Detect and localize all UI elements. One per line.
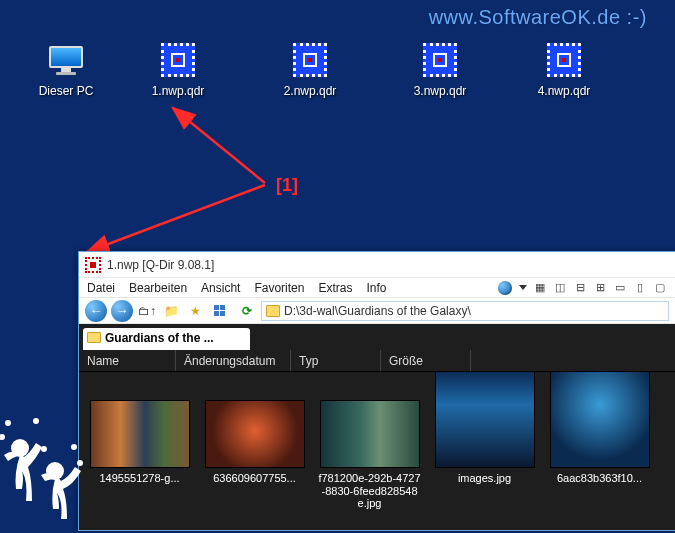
pc-icon xyxy=(44,40,88,80)
qdr-file-icon xyxy=(542,40,586,80)
svg-point-5 xyxy=(0,434,5,440)
file-name: f781200e-292b-4727-8830-6feed828548e.jpg xyxy=(317,472,422,510)
column-typ[interactable]: Typ xyxy=(291,350,381,371)
svg-line-1 xyxy=(173,108,265,183)
file-pane: NameÄnderungsdatumTypGröße 1495551278-g.… xyxy=(79,350,675,530)
qdr-file-icon xyxy=(156,40,200,80)
layout-7-icon[interactable]: ▢ xyxy=(653,281,667,295)
file-name: 636609607755... xyxy=(202,472,307,485)
column-größe[interactable]: Größe xyxy=(381,350,471,371)
menu-ansicht[interactable]: Ansicht xyxy=(201,281,240,295)
file-name: images.jpg xyxy=(432,472,537,485)
desktop-icon-qdr4[interactable]: 4.nwp.qdr xyxy=(524,40,604,98)
svg-point-4 xyxy=(5,420,11,426)
menubar: DateiBearbeitenAnsichtFavoritenExtrasInf… xyxy=(79,278,675,298)
titlebar[interactable]: 1.nwp [Q-Dir 9.08.1] xyxy=(79,252,675,278)
thumbnail-image xyxy=(320,400,420,468)
menu-info[interactable]: Info xyxy=(366,281,386,295)
window-title: 1.nwp [Q-Dir 9.08.1] xyxy=(107,258,214,272)
layout-3-icon[interactable]: ⊟ xyxy=(573,281,587,295)
menubar-right-icons: ▦ ◫ ⊟ ⊞ ▭ ▯ ▢ xyxy=(498,281,667,295)
svg-point-7 xyxy=(46,462,64,480)
layout-1-icon[interactable]: ▦ xyxy=(533,281,547,295)
tab-bar: Guardians of the ... xyxy=(79,324,675,350)
file-item[interactable]: 1495551278-g... xyxy=(87,400,192,522)
icon-label: 4.nwp.qdr xyxy=(524,84,604,98)
svg-point-6 xyxy=(33,418,39,424)
up-button[interactable]: 🗀↑ xyxy=(137,301,157,321)
annotation-label: [1] xyxy=(276,175,298,196)
back-button[interactable]: ← xyxy=(85,300,107,322)
dropdown-icon[interactable] xyxy=(519,285,527,290)
icon-label: 3.nwp.qdr xyxy=(400,84,480,98)
thumbnail-image xyxy=(205,400,305,468)
icon-label: 1.nwp.qdr xyxy=(138,84,218,98)
qdr-file-icon xyxy=(418,40,462,80)
layout-5-icon[interactable]: ▭ xyxy=(613,281,627,295)
svg-point-8 xyxy=(41,446,47,452)
refresh-button[interactable]: ⟳ xyxy=(237,301,257,321)
view-grid-button[interactable] xyxy=(209,301,229,321)
file-item[interactable]: 636609607755... xyxy=(202,400,307,522)
tab-label: Guardians of the ... xyxy=(105,331,214,345)
app-icon xyxy=(85,257,101,273)
history-button[interactable]: 📁 xyxy=(161,301,181,321)
desktop-icon-qdr3[interactable]: 3.nwp.qdr xyxy=(400,40,480,98)
qdir-window: 1.nwp [Q-Dir 9.08.1] DateiBearbeitenAnsi… xyxy=(78,251,675,531)
favorite-button[interactable]: ★ xyxy=(185,301,205,321)
desktop-icon-qdr2[interactable]: 2.nwp.qdr xyxy=(270,40,350,98)
column-headers: NameÄnderungsdatumTypGröße xyxy=(79,350,675,372)
watermark-text: www.SoftwareOK.de :-) xyxy=(429,6,647,29)
thumbnail-image xyxy=(90,400,190,468)
file-item[interactable]: 6aac83b363f10... xyxy=(547,400,652,522)
qdr-file-icon xyxy=(288,40,332,80)
layout-4-icon[interactable]: ⊞ xyxy=(593,281,607,295)
desktop-icon-qdr1[interactable]: 1.nwp.qdr xyxy=(138,40,218,98)
layout-6-icon[interactable]: ▯ xyxy=(633,281,647,295)
folder-icon xyxy=(87,332,101,343)
globe-icon[interactable] xyxy=(498,281,512,295)
desktop-icon-this-pc[interactable]: Dieser PC xyxy=(26,40,106,98)
svg-point-9 xyxy=(71,444,77,450)
menu-favoriten[interactable]: Favoriten xyxy=(254,281,304,295)
thumbnail-image xyxy=(550,372,650,468)
layout-2-icon[interactable]: ◫ xyxy=(553,281,567,295)
svg-point-3 xyxy=(11,439,29,457)
forward-button[interactable]: → xyxy=(111,300,133,322)
menu-bearbeiten[interactable]: Bearbeiten xyxy=(129,281,187,295)
svg-line-2 xyxy=(87,185,265,252)
file-item[interactable]: images.jpg xyxy=(432,400,537,522)
icon-label: 2.nwp.qdr xyxy=(270,84,350,98)
column-name[interactable]: Name xyxy=(79,350,176,371)
menu-datei[interactable]: Datei xyxy=(87,281,115,295)
folder-icon xyxy=(266,305,280,317)
menu-extras[interactable]: Extras xyxy=(318,281,352,295)
column-änderungsdatum[interactable]: Änderungsdatum xyxy=(176,350,291,371)
decorative-silhouette xyxy=(0,393,90,533)
toolbar: ← → 🗀↑ 📁 ★ ⟳ D:\3d-wal\Guardians of the … xyxy=(79,298,675,324)
icon-label: Dieser PC xyxy=(26,84,106,98)
address-path: D:\3d-wal\Guardians of the Galaxy\ xyxy=(284,304,471,318)
file-item[interactable]: f781200e-292b-4727-8830-6feed828548e.jpg xyxy=(317,400,422,522)
address-bar[interactable]: D:\3d-wal\Guardians of the Galaxy\ xyxy=(261,301,669,321)
thumbnail-image xyxy=(435,372,535,468)
thumbnail-row: 1495551278-g...636609607755...f781200e-2… xyxy=(79,372,675,530)
tab-active[interactable]: Guardians of the ... xyxy=(83,328,250,350)
file-name: 1495551278-g... xyxy=(87,472,192,485)
file-name: 6aac83b363f10... xyxy=(547,472,652,485)
